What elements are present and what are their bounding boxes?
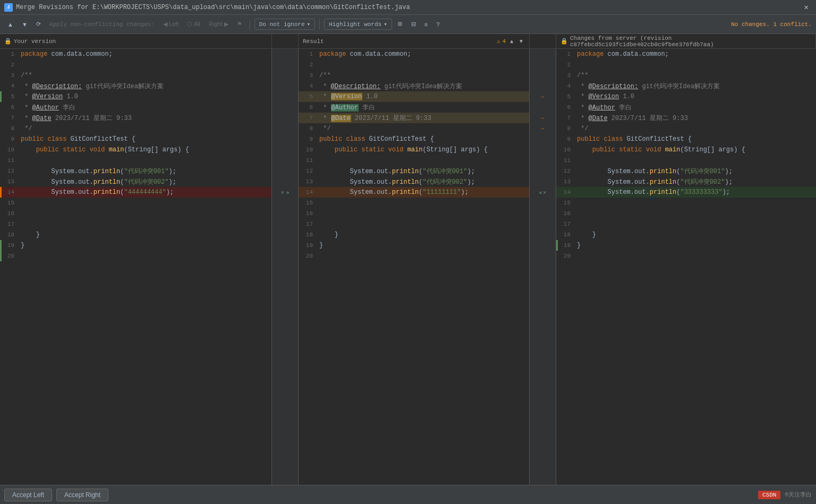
divider-2 — [319, 19, 320, 30]
layout-button[interactable]: ⊟ — [408, 19, 419, 29]
app-icon: J — [4, 3, 13, 12]
flag-button[interactable]: ⚑ — [234, 19, 245, 29]
left-line-4: 4 * @Description: git代码冲突Idea解决方案 — [0, 81, 271, 91]
right-line-2: 2 — [556, 59, 816, 70]
right-line-18: 18 } — [556, 229, 816, 240]
center-line-2: 2 — [299, 59, 529, 70]
right-line-1: 1 package com.data.common; — [556, 49, 816, 59]
help-button[interactable]: ? — [433, 20, 443, 29]
right-line-3: 3 /** — [556, 70, 816, 81]
center-line-18: 18 } — [299, 229, 529, 240]
conflict-marker-left — [0, 187, 2, 198]
accept-left-button[interactable]: Accept Left — [4, 489, 52, 501]
right-line-8: 8 */ — [556, 123, 816, 134]
right-line-16: 16 — [556, 208, 816, 219]
right-line-7: 7 * @Date 2023/7/11 星期二 9:33 — [556, 113, 816, 123]
left-pane: 1 package com.data.common; 2 3 /** 4 * @… — [0, 49, 272, 485]
gutter-conflict-right-14: « × — [530, 187, 556, 198]
warning-down[interactable]: ▼ — [517, 38, 525, 44]
title-bar: J Merge Revisions for E:\WORKPROJECTS\US… — [0, 0, 816, 15]
left-line-5: 5 * @Version 1.0 — [0, 91, 271, 102]
settings-button[interactable]: ⚙ — [394, 19, 406, 29]
right-pane: 1 package com.data.common; 2 3 /** 4 * @… — [556, 49, 816, 485]
left-line-15: 15 — [0, 198, 271, 208]
right-line-10: 10 public static void main(String[] args… — [556, 144, 816, 155]
gutter-2: — — — « × — [530, 49, 556, 485]
right-line-9: 9 public class GitConflictTest { — [556, 134, 816, 144]
left-line-18: 18 } — [0, 229, 271, 240]
right-line-14: 14 System.out.println("333333333"); — [556, 187, 816, 198]
center-line-6: 6 * @Author 李白 — [299, 102, 529, 113]
right-line-20: 20 — [556, 251, 816, 261]
left-line-9: 9 public class GitConflictTest { — [0, 134, 271, 144]
left-line-11: 11 — [0, 155, 271, 166]
left-line-12: 12 System.out.println("代码冲突001"); — [0, 166, 271, 176]
right-line-11: 11 — [556, 155, 816, 166]
center-line-16: 16 — [299, 208, 529, 219]
highlight-dropdown-arrow: ▾ — [384, 21, 387, 28]
changes-header: 🔒 Changes from server (revision c87febcd… — [556, 34, 816, 48]
left-line-16: 16 — [0, 208, 271, 219]
do-not-ignore-dropdown[interactable]: Do not ignore ▾ — [254, 19, 315, 30]
divider-1 — [250, 19, 250, 30]
center-line-7: 7 * @Date 2023/7/11 星期二 9:33 — [299, 113, 529, 123]
right-line-13: 13 System.out.println("代码冲突002"); — [556, 176, 816, 187]
gutter-1: × » — [272, 49, 299, 485]
bottom-bar: Accept Left Accept Right CSDN ®关注李白 — [0, 485, 816, 504]
column-headers: 🔒 Your version Result ⚠ 4 ▲ ▼ 🔒 Changes … — [0, 34, 816, 49]
right-line-12: 12 System.out.println("代码冲突001"); — [556, 166, 816, 176]
center-line-1: 1 package com.data.common; — [299, 49, 529, 59]
center-pane: 1 package com.data.common; 2 3 /** 4 * @… — [299, 49, 530, 485]
reject-left-btn[interactable]: × — [280, 189, 285, 196]
toolbar: ▲ ▼ ⟳ Apply non-conflicting changes: ◀ L… — [0, 15, 816, 34]
change-marker-19 — [0, 240, 2, 251]
yours-header-label: Your version — [14, 38, 56, 45]
conflict-status: No changes. 1 conflict. — [731, 21, 812, 28]
result-header-label: Result — [303, 38, 324, 45]
center-line-14: 14 System.out.println("11111111"); — [299, 187, 529, 198]
left-line-1: 1 package com.data.common; — [0, 49, 271, 59]
change-marker-20 — [0, 251, 2, 261]
center-line-19: 19 } — [299, 240, 529, 251]
center-code-scroll[interactable]: 1 package com.data.common; 2 3 /** 4 * @… — [299, 49, 529, 485]
bottom-right: CSDN ®关注李白 — [758, 491, 812, 499]
reject-right-btn[interactable]: × — [542, 189, 547, 196]
accept-right-button[interactable]: Accept Right — [56, 489, 108, 501]
center-line-17: 17 — [299, 219, 529, 229]
config-button[interactable]: ≡ — [421, 20, 431, 29]
do-not-ignore-label: Do not ignore — [259, 21, 305, 28]
center-line-8: 8 */ — [299, 123, 529, 134]
right-code-scroll[interactable]: 1 package com.data.common; 2 3 /** 4 * @… — [556, 49, 816, 485]
left-line-7: 7 * @Date 2023/7/11 星期二 9:33 — [0, 113, 271, 123]
apply-conflicts-button[interactable]: ⟳ — [33, 19, 44, 29]
highlight-words-dropdown[interactable]: Highlight words ▾ — [324, 19, 392, 30]
close-button[interactable]: ✕ — [801, 2, 812, 13]
right-line-6: 6 * @Author 李白 — [556, 102, 816, 113]
accept-left-btn[interactable]: » — [286, 189, 290, 196]
apply-up-button[interactable]: ▲ — [4, 20, 16, 29]
right-line-5: 5 * @Version 1.0 — [556, 91, 816, 102]
center-line-3: 3 /** — [299, 70, 529, 81]
result-header: Result ⚠ 4 ▲ ▼ — [299, 34, 530, 48]
center-line-12: 12 System.out.println("代码冲突001"); — [299, 166, 529, 176]
change-marker — [0, 91, 2, 102]
apply-down-button[interactable]: ▼ — [19, 20, 31, 29]
changes-header-label: Changes from server (revision c87febcd5c… — [570, 35, 811, 48]
center-line-20: 20 — [299, 251, 529, 261]
left-line-6: 6 * @Author 李白 — [0, 102, 271, 113]
left-code-scroll[interactable]: 1 package com.data.common; 2 3 /** 4 * @… — [0, 49, 271, 485]
accept-right-btn[interactable]: « — [539, 189, 543, 196]
left-line-2: 2 — [0, 59, 271, 70]
left-line-8: 8 */ — [0, 123, 271, 134]
right-button[interactable]: Right ▶ — [206, 19, 232, 29]
all-button[interactable]: ⬡ All — [184, 19, 203, 29]
warning-area: ⚠ 4 ▲ ▼ — [497, 38, 525, 45]
warning-up[interactable]: ▲ — [508, 38, 515, 44]
left-button[interactable]: ◀ Left — [160, 19, 182, 29]
left-line-20: 20 — [0, 251, 271, 261]
diff-area: 1 package com.data.common; 2 3 /** 4 * @… — [0, 49, 816, 485]
center-line-5: 5 * @Version 1.0 — [299, 91, 529, 102]
right-line-19: 19 } — [556, 240, 816, 251]
left-line-14: 14 System.out.println("444444444"); — [0, 187, 271, 198]
left-line-10: 10 public static void main(String[] args… — [0, 144, 271, 155]
